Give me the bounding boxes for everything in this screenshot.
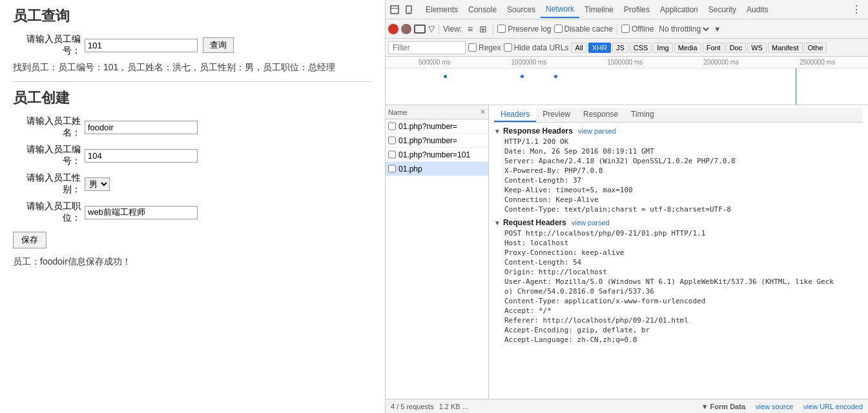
view-label: View: xyxy=(443,25,462,34)
dot-2 xyxy=(521,75,524,78)
tab-elements[interactable]: Elements xyxy=(420,2,463,17)
req-name-0: 01.php?number= xyxy=(398,122,486,131)
type-doc[interactable]: Doc xyxy=(726,43,747,53)
create-gender-select[interactable]: 男 女 xyxy=(85,177,110,191)
preserve-log-checkbox[interactable] xyxy=(497,25,506,33)
create-gender-label: 请输入员工性别： xyxy=(13,172,81,196)
resp-line-0: HTTP/1.1 200 OK xyxy=(494,137,863,146)
tab-application[interactable]: Application xyxy=(655,2,703,17)
req-checkbox-3[interactable] xyxy=(388,165,396,173)
request-item-0[interactable]: 01.php?number= xyxy=(386,119,488,134)
type-img[interactable]: Img xyxy=(653,43,672,53)
form-data-label: ▼ Form Data xyxy=(701,403,745,410)
request-headers-header[interactable]: ▼ Request Headers view parsed xyxy=(494,218,863,227)
response-headers-body: HTTP/1.1 200 OK Date: Mon, 26 Sep 2016 0… xyxy=(494,137,863,214)
req-line-2: Proxy-Connection: keep-alive xyxy=(494,248,863,257)
form-data-view-url-encoded[interactable]: view URL encoded xyxy=(803,403,863,410)
devtools-more-icon[interactable]: ⋮ xyxy=(847,3,865,15)
regex-label: Regex xyxy=(468,43,501,52)
response-headers-title: Response Headers xyxy=(503,126,573,136)
create-section: 员工创建 请输入员工姓名： 请输入员工编号： 请输入员工性别： 男 女 请输入员… xyxy=(13,88,372,268)
tab-profiles[interactable]: Profiles xyxy=(619,2,655,17)
tab-sources[interactable]: Sources xyxy=(502,2,541,17)
resp-line-4: Content-Length: 37 xyxy=(494,176,863,185)
devtools-icon-inspect[interactable] xyxy=(388,3,401,16)
mark-2000k: 2000000 ms xyxy=(703,59,739,66)
devtools-panel: Elements Console Sources Network Timelin… xyxy=(386,0,868,413)
req-line-10: Accept-Encoding: gzip, deflate, br xyxy=(494,325,863,335)
view-tree-icon[interactable]: ⊞ xyxy=(477,23,489,35)
request-item-3[interactable]: 01.php xyxy=(386,162,488,176)
req-checkbox-1[interactable] xyxy=(388,136,396,145)
query-id-input[interactable] xyxy=(85,39,198,52)
type-filter-buttons: All XHR JS CSS Img Media Font Doc WS Man… xyxy=(571,43,827,53)
hide-data-urls-label: Hide data URLs xyxy=(504,43,569,52)
section-divider xyxy=(13,81,372,82)
offline-checkbox[interactable] xyxy=(621,25,630,33)
type-other[interactable]: Othe xyxy=(804,43,827,53)
tab-audits[interactable]: Audits xyxy=(741,2,773,17)
success-message: 员工：foodoir信息保存成功！ xyxy=(13,256,372,268)
record-button[interactable] xyxy=(388,24,398,34)
type-manifest[interactable]: Manifest xyxy=(768,43,803,53)
type-xhr[interactable]: XHR xyxy=(588,43,611,53)
create-title: 员工创建 xyxy=(13,88,372,108)
type-all[interactable]: All xyxy=(571,43,586,53)
resp-line-7: Content-Type: text/plain;charst = utf-8;… xyxy=(494,205,863,214)
response-headers-triangle: ▼ xyxy=(494,128,501,135)
req-line-6: o) Chrome/54.0.2816.0 Safari/537.36 xyxy=(494,287,863,296)
status-bar: 4 / 5 requests 1.2 KB ... ▼ Form Data vi… xyxy=(386,399,868,413)
regex-checkbox[interactable] xyxy=(468,43,477,52)
detail-tab-headers[interactable]: Headers xyxy=(494,108,536,122)
response-headers-header[interactable]: ▼ Response Headers view parsed xyxy=(494,126,863,136)
type-media[interactable]: Media xyxy=(674,43,701,53)
view-parsed-link[interactable]: view parsed xyxy=(578,127,616,135)
size-info: 1.2 KB ... xyxy=(439,403,468,410)
hide-data-urls-checkbox[interactable] xyxy=(504,43,512,52)
mark-1000k: 1000000 ms xyxy=(511,59,546,66)
toolbar-separator-3 xyxy=(617,24,617,34)
tab-console[interactable]: Console xyxy=(463,2,502,17)
req-name-1: 01.php?number= xyxy=(398,136,486,145)
query-button[interactable]: 查询 xyxy=(203,37,234,53)
form-data-view-source[interactable]: view source xyxy=(756,403,793,410)
req-checkbox-2[interactable] xyxy=(388,150,396,159)
save-button[interactable]: 保存 xyxy=(13,232,46,248)
timeline-ruler: 500000 ms 1000000 ms 1500000 ms 2000000 … xyxy=(386,57,868,68)
query-result: 找到员工：员工编号：101，员工姓名：洪七，员工性别：男，员工职位：总经理 xyxy=(13,62,372,74)
detail-tab-timing[interactable]: Timing xyxy=(625,108,661,122)
request-item-2[interactable]: 01.php?number=101 xyxy=(386,148,488,162)
req-checkbox-0[interactable] xyxy=(388,122,396,130)
screenshot-button[interactable] xyxy=(414,25,426,34)
left-panel: 员工查询 请输入员工编号： 查询 找到员工：员工编号：101，员工姓名：洪七，员… xyxy=(0,0,386,413)
create-name-input[interactable] xyxy=(85,121,198,134)
network-toolbar: 🚫 ▽ View: ≡ ⊞ Preserve log Disable cache… xyxy=(386,19,868,39)
toolbar-separator-2 xyxy=(493,24,493,34)
view-list-icon[interactable]: ≡ xyxy=(464,23,476,35)
offline-label: Offline xyxy=(621,25,654,34)
timeline-current-line xyxy=(796,68,796,105)
type-css[interactable]: CSS xyxy=(630,43,652,53)
devtools-icon-mobile[interactable] xyxy=(402,3,415,16)
create-position-input[interactable] xyxy=(85,206,198,219)
tab-timeline[interactable]: Timeline xyxy=(579,2,619,17)
request-item-1[interactable]: 01.php?number= xyxy=(386,134,488,148)
detail-tab-response[interactable]: Response xyxy=(577,108,625,122)
type-js[interactable]: JS xyxy=(612,43,628,53)
req-name-3: 01.php xyxy=(398,165,486,174)
filter-icon[interactable]: ▽ xyxy=(428,24,435,34)
disable-cache-checkbox[interactable] xyxy=(554,25,563,33)
create-id-input[interactable] xyxy=(85,149,198,163)
req-view-parsed-link[interactable]: view parsed xyxy=(572,219,610,227)
throttling-select[interactable]: No throttling xyxy=(656,24,711,34)
tab-security[interactable]: Security xyxy=(703,2,741,17)
stop-button[interactable]: 🚫 xyxy=(401,24,411,34)
type-font[interactable]: Font xyxy=(703,43,725,53)
filter-input[interactable] xyxy=(388,41,466,54)
type-ws[interactable]: WS xyxy=(747,43,767,53)
timeline-body xyxy=(386,68,868,105)
req-line-1: Host: localhost xyxy=(494,238,863,248)
close-detail-x[interactable]: ✕ xyxy=(480,108,486,116)
tab-network[interactable]: Network xyxy=(541,1,579,18)
detail-tab-preview[interactable]: Preview xyxy=(536,108,577,122)
